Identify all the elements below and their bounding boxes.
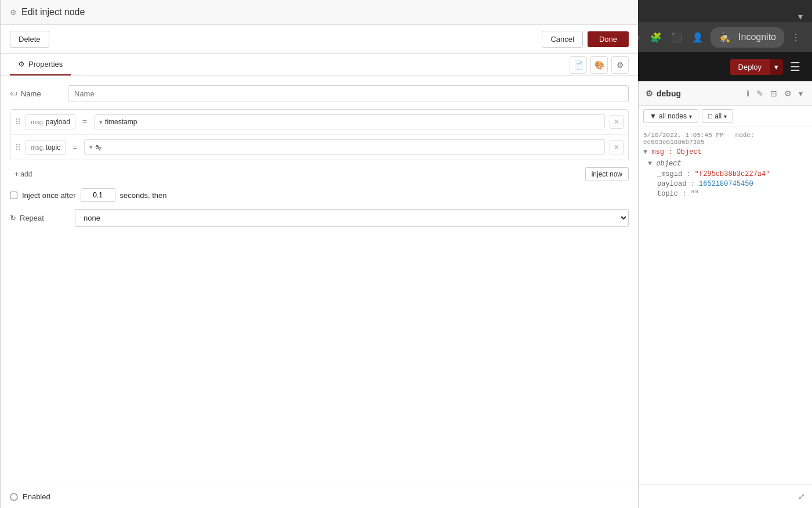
incognito-button[interactable]: 🕵 Incognito bbox=[710, 27, 784, 48]
repeat-label-text: Repeat bbox=[20, 214, 44, 222]
filter-label: all nodes bbox=[659, 112, 687, 120]
deploy-dropdown-button[interactable]: ▾ bbox=[770, 59, 783, 75]
enabled-label: Enabled bbox=[23, 492, 50, 501]
all-filter-arrow: ▾ bbox=[724, 113, 727, 120]
object-properties: _msgid : "f295cb38b3c227a4" payload : 16… bbox=[657, 170, 807, 198]
msgid-value: "f295cb38b3c227a4" bbox=[695, 170, 770, 178]
debug-object: ▼ object _msgid : "f295cb38b3c227a4" pay… bbox=[648, 160, 807, 198]
property-row-1: ⠿ msg. payload = ▾ timestamp × bbox=[10, 110, 628, 135]
property-row-2: ⠿ msg. topic = ▾ az × bbox=[10, 135, 628, 160]
topic-key: topic bbox=[657, 190, 678, 198]
inject-seconds-input[interactable] bbox=[81, 188, 115, 202]
right-panel: ⚙ debug ℹ ✎ ⊡ ⚙ ▾ ▼ all nodes ▾ bbox=[638, 81, 812, 508]
prop1-key-name: payload bbox=[46, 118, 70, 126]
extensions-icon[interactable]: 🧩 bbox=[648, 30, 664, 45]
msgid-key: _msgid bbox=[657, 170, 682, 178]
right-panel-content: 5/10/2022, 1:05:45 PM node: ee603e01886b… bbox=[639, 127, 812, 484]
name-input[interactable] bbox=[68, 85, 629, 102]
dialog-content: 🏷 Name ⠿ msg. payload = bbox=[1, 81, 638, 485]
debug-timestamp: 5/10/2022, 1:05:45 PM node: ee603e01886b… bbox=[643, 132, 807, 146]
prop1-type-arrow[interactable]: ▾ bbox=[99, 118, 103, 126]
inject-once-checkbox[interactable] bbox=[10, 192, 17, 199]
prop2-drag-handle[interactable]: ⠿ bbox=[15, 143, 21, 152]
prop1-msg-prefix: msg. bbox=[31, 118, 45, 125]
right-panel-title: ⚙ debug bbox=[646, 89, 744, 98]
all-nodes-filter-button[interactable]: ▼ all nodes ▾ bbox=[643, 109, 698, 123]
settings-icon[interactable]: ⚙ bbox=[782, 87, 794, 100]
name-label-text: Name bbox=[21, 89, 41, 98]
payload-row: payload : 1652180745450 bbox=[657, 180, 807, 188]
arrow-expand: ▼ bbox=[643, 148, 647, 156]
tab-menu-button[interactable]: ▾ bbox=[793, 11, 807, 22]
topic-value: "" bbox=[691, 190, 699, 198]
timestamp-text: 5/10/2022, 1:05:45 PM bbox=[643, 132, 724, 139]
panel-collapse-icon[interactable]: ▾ bbox=[796, 87, 805, 100]
browser-menu-button[interactable]: ⋮ bbox=[789, 30, 803, 45]
all-filter-label: all bbox=[715, 112, 722, 120]
object-arrow: ▼ bbox=[648, 160, 652, 168]
prop2-value-text: az bbox=[95, 143, 600, 152]
object-type-label: object bbox=[656, 160, 681, 168]
browser-toolbar: ☆ 🧩 ⬛ 👤 🕵 Incognito ⋮ bbox=[630, 27, 803, 48]
prop2-equals: = bbox=[70, 143, 79, 152]
prop1-drag-handle[interactable]: ⠿ bbox=[15, 117, 21, 127]
prop2-delete-button[interactable]: × bbox=[610, 140, 624, 154]
inject-once-row: Inject once after seconds, then bbox=[10, 188, 629, 202]
incognito-label: Incognito bbox=[736, 30, 778, 45]
prop1-equals: = bbox=[80, 117, 89, 127]
prop1-value-text: timestamp bbox=[105, 118, 600, 126]
msgid-row: _msgid : "f295cb38b3c227a4" bbox=[657, 170, 807, 178]
edit-inject-dialog: ⚙ Edit inject node Delete Cancel Done ⚙ … bbox=[0, 81, 638, 508]
info-icon[interactable]: ℹ bbox=[744, 87, 752, 100]
topic-colon: : bbox=[682, 190, 690, 198]
repeat-row: ↻ Repeat none bbox=[10, 209, 629, 227]
topic-row: topic : "" bbox=[657, 190, 807, 198]
right-panel-bottom: ⤢ bbox=[639, 484, 812, 508]
add-inject-row: + add inject now bbox=[10, 167, 629, 181]
deploy-wrap: Deploy ▾ bbox=[730, 59, 783, 75]
name-row: 🏷 Name bbox=[10, 85, 629, 102]
enabled-radio[interactable] bbox=[10, 493, 18, 501]
msgid-colon: : bbox=[686, 170, 694, 178]
name-tag-icon: 🏷 bbox=[10, 89, 17, 98]
expand-icon[interactable]: ⤢ bbox=[796, 489, 807, 503]
payload-key: payload bbox=[657, 180, 686, 188]
debug-msg-type[interactable]: ▼ msg : Object bbox=[643, 148, 807, 156]
filter-icon: ▼ bbox=[650, 112, 657, 120]
add-property-button[interactable]: + add bbox=[10, 168, 37, 181]
right-panel-header: ⚙ debug ℹ ✎ ⊡ ⚙ ▾ bbox=[639, 81, 812, 106]
incognito-icon: 🕵 bbox=[716, 30, 733, 45]
deploy-button[interactable]: Deploy bbox=[730, 59, 770, 75]
enabled-row: Enabled bbox=[1, 485, 638, 508]
repeat-label: ↻ Repeat bbox=[10, 214, 68, 222]
debug-gear-icon: ⚙ bbox=[646, 89, 653, 98]
filter-dropdown-arrow: ▾ bbox=[689, 113, 692, 120]
right-panel-filter: ▼ all nodes ▾ □ all ▾ bbox=[639, 106, 812, 127]
debug-title: debug bbox=[657, 89, 681, 98]
profiles-icon[interactable]: 👤 bbox=[690, 30, 706, 45]
object-label: ▼ object bbox=[648, 160, 807, 168]
payload-colon: : bbox=[691, 180, 699, 188]
property-table: ⠿ msg. payload = ▾ timestamp × bbox=[10, 109, 629, 160]
inject-once-label: Inject once after bbox=[22, 191, 76, 200]
repeat-select[interactable]: none bbox=[75, 209, 629, 227]
prop1-key[interactable]: msg. payload bbox=[26, 114, 75, 129]
prop1-value[interactable]: ▾ timestamp bbox=[94, 114, 605, 129]
capture-icon[interactable]: ⬛ bbox=[669, 30, 685, 45]
right-panel-icons: ℹ ✎ ⊡ ⚙ ▾ bbox=[744, 87, 805, 100]
inject-seconds-label: seconds, then bbox=[120, 191, 167, 200]
prop2-key-name: topic bbox=[46, 143, 60, 152]
inject-now-button[interactable]: inject now bbox=[585, 167, 629, 181]
repeat-icon: ↻ bbox=[10, 214, 16, 222]
all-messages-filter-button[interactable]: □ all ▾ bbox=[702, 109, 733, 123]
hamburger-menu-button[interactable]: ☰ bbox=[788, 57, 803, 76]
edit-icon[interactable]: ✎ bbox=[754, 87, 766, 100]
all-filter-icon: □ bbox=[708, 112, 712, 120]
prop2-value[interactable]: ▾ az bbox=[84, 139, 605, 155]
payload-value: 1652180745450 bbox=[699, 180, 753, 188]
prop1-delete-button[interactable]: × bbox=[610, 115, 624, 129]
prop2-key[interactable]: msg. topic bbox=[26, 140, 66, 155]
prop2-type-arrow[interactable]: ▾ bbox=[89, 143, 93, 151]
clear-icon[interactable]: ⊡ bbox=[768, 87, 780, 100]
prop2-msg-prefix: msg. bbox=[31, 144, 45, 151]
